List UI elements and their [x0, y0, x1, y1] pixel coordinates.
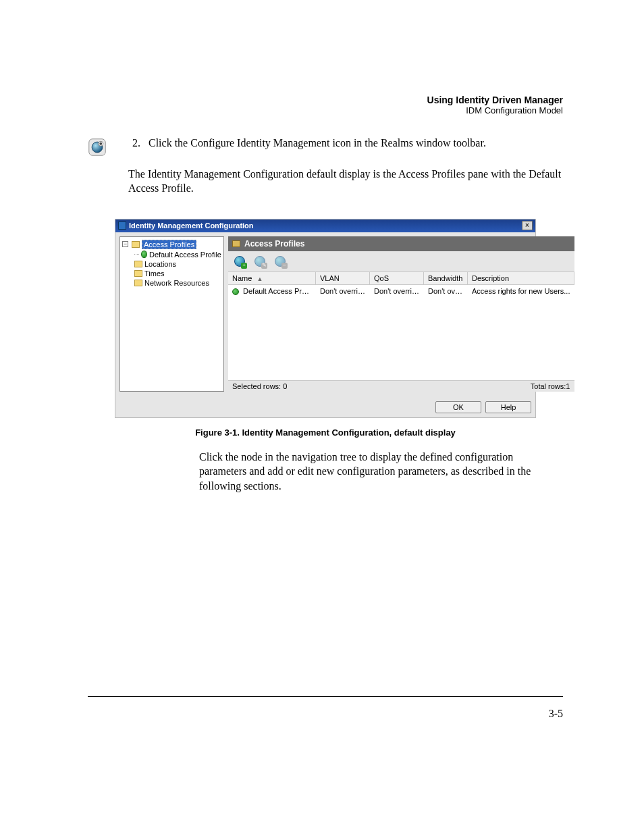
cell-qos: Don't override — [370, 287, 424, 295]
tree-item-label: Default Access Profile — [149, 251, 221, 259]
plus-badge-icon: + — [241, 263, 247, 269]
tree-item-label: Locations — [144, 260, 176, 268]
table-header: Name ▲ VLAN QoS Bandwidth Description — [228, 271, 574, 285]
column-header-name[interactable]: Name ▲ — [228, 272, 316, 284]
collapse-icon[interactable]: − — [122, 241, 128, 247]
footer-rule — [88, 696, 563, 697]
cell-vlan: Don't override — [316, 287, 370, 295]
cell-name: Default Access Pro... — [228, 287, 316, 295]
status-bar: Selected rows: 0 Total rows:1 — [228, 380, 574, 392]
dialog-titlebar: Identity Management Configuration × — [115, 219, 535, 232]
cell-description: Access rights for new Users... — [468, 287, 574, 295]
tree-root-access-profiles[interactable]: − Access Profiles — [122, 239, 221, 250]
sort-asc-icon: ▲ — [257, 276, 263, 282]
column-header-vlan[interactable]: VLAN — [316, 272, 370, 284]
closing-paragraph: Click the node in the navigation tree to… — [199, 450, 563, 494]
folder-open-icon — [132, 241, 140, 248]
configure-identity-mgmt-icon — [88, 136, 115, 159]
ok-button[interactable]: OK — [435, 401, 481, 413]
add-profile-button[interactable]: + — [232, 254, 247, 269]
header-subtitle: IDM Configuration Model — [88, 105, 563, 115]
intro-paragraph: The Identity Management Configuration de… — [128, 167, 563, 196]
tree-item-times[interactable]: Times — [122, 269, 221, 278]
step-text: Click the Configure Identity Management … — [149, 136, 486, 151]
column-header-description[interactable]: Description — [468, 272, 574, 284]
dialog-screenshot: Identity Management Configuration × − Ac… — [115, 219, 536, 418]
figure-caption: Figure 3-1. Identity Management Configur… — [88, 427, 563, 438]
close-icon[interactable]: × — [522, 221, 533, 230]
column-header-bandwidth[interactable]: Bandwidth — [424, 272, 468, 284]
edit-badge-icon: ✎ — [261, 263, 267, 269]
folder-icon — [232, 240, 240, 247]
pane-header: Access Profiles — [228, 236, 574, 251]
tree-item-locations[interactable]: Locations — [122, 259, 221, 269]
status-selected: Selected rows: 0 — [232, 382, 287, 390]
edit-profile-button[interactable]: ✎ — [252, 254, 267, 269]
cell-bandwidth: Don't over... — [424, 287, 468, 295]
cell-name-text: Default Access Pro... — [243, 287, 312, 295]
folder-icon — [134, 270, 142, 277]
pane-title: Access Profiles — [244, 239, 304, 249]
profile-icon — [232, 288, 239, 295]
pane-toolbar: + ✎ − — [228, 251, 574, 271]
help-button[interactable]: Help — [485, 401, 531, 413]
dialog-buttons: OK Help — [115, 396, 535, 417]
minus-badge-icon: − — [281, 263, 288, 269]
tree-item-label: Network Resources — [144, 279, 209, 287]
page-header: Using Identity Driven Manager IDM Config… — [88, 95, 563, 115]
svg-point-3 — [99, 142, 102, 145]
profile-icon — [141, 251, 147, 258]
step-number: 2. — [128, 136, 140, 151]
delete-profile-button[interactable]: − — [273, 254, 288, 269]
folder-icon — [134, 261, 142, 267]
status-total: Total rows:1 — [531, 382, 570, 390]
tree-item-default-access-profile[interactable]: Default Access Profile — [122, 250, 221, 259]
header-title: Using Identity Driven Manager — [88, 95, 563, 105]
folder-icon — [134, 280, 142, 286]
tree-item-network-resources[interactable]: Network Resources — [122, 278, 221, 288]
column-header-qos[interactable]: QoS — [370, 272, 424, 284]
col-name-label: Name — [232, 274, 252, 282]
navigation-tree[interactable]: − Access Profiles Default Access Profile… — [119, 236, 224, 392]
dialog-title: Identity Management Configuration — [129, 221, 254, 230]
table-row[interactable]: Default Access Pro... Don't override Don… — [228, 285, 574, 297]
table-body[interactable]: Default Access Pro... Don't override Don… — [228, 285, 574, 380]
tree-item-label: Times — [144, 269, 165, 278]
tree-root-label: Access Profiles — [142, 240, 196, 249]
dialog-title-icon — [118, 221, 126, 230]
page-number: 3-5 — [88, 708, 563, 720]
